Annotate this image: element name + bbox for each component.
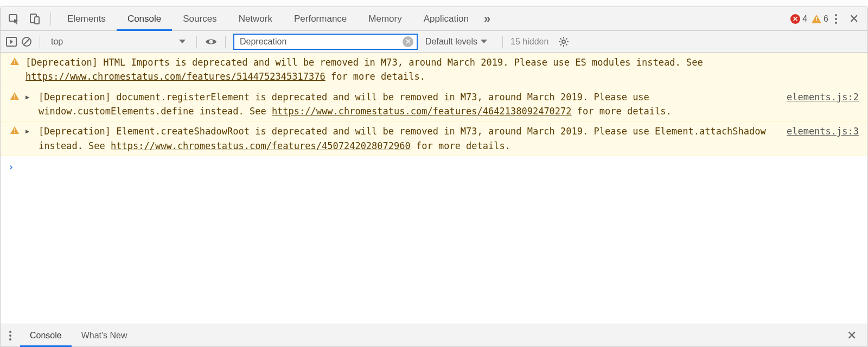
tab-console[interactable]: Console [117, 7, 172, 31]
console-warning-row[interactable]: [Deprecation] HTML Imports is deprecated… [1, 53, 867, 87]
tab-network[interactable]: Network [228, 7, 283, 31]
clear-console-icon[interactable] [21, 36, 32, 47]
warning-icon [10, 57, 19, 65]
console-warning-row[interactable]: ▶ [Deprecation] document.registerElement… [1, 87, 867, 122]
message-text: [Deprecation] document.registerElement i… [39, 90, 777, 119]
message-link[interactable]: https://www.chromestatus.com/features/46… [272, 106, 572, 117]
separator [196, 36, 197, 48]
context-label: top [51, 37, 63, 47]
error-count-badge[interactable]: ✕ 4 [790, 14, 807, 24]
warning-icon [812, 15, 821, 23]
message-text: [Deprecation] HTML Imports is deprecated… [25, 55, 859, 84]
warning-icon [10, 92, 19, 100]
tab-elements[interactable]: Elements [56, 7, 117, 31]
warning-count-badge[interactable]: 6 [812, 14, 828, 24]
warning-count: 6 [824, 14, 828, 24]
svg-line-12 [560, 38, 561, 39]
inspect-element-icon[interactable] [4, 10, 24, 28]
device-toolbar-icon[interactable] [24, 10, 45, 28]
svg-line-14 [560, 44, 561, 45]
execution-context-selector[interactable]: top [48, 37, 189, 47]
expand-toggle-icon[interactable]: ▶ [25, 90, 33, 119]
console-warning-row[interactable]: ▶ [Deprecation] Element.createShadowRoot… [1, 121, 867, 156]
svg-rect-2 [35, 17, 39, 24]
svg-point-6 [209, 40, 213, 43]
tab-memory[interactable]: Memory [358, 7, 412, 31]
close-drawer-icon[interactable]: ✕ [841, 329, 862, 343]
prompt-caret-icon: › [8, 159, 14, 175]
drawer-tab-console[interactable]: Console [20, 324, 72, 347]
error-count: 4 [802, 14, 807, 24]
separator [502, 36, 503, 48]
warning-icon [10, 126, 19, 134]
devtools-window: Elements Console Sources Network Perform… [0, 7, 868, 347]
console-prompt[interactable]: › [1, 156, 867, 178]
svg-line-13 [566, 44, 567, 45]
svg-line-15 [566, 38, 567, 39]
console-toolbar: top Deprecation ✕ Default levels 15 hidd… [1, 31, 867, 53]
svg-line-5 [24, 39, 29, 44]
svg-point-7 [562, 40, 565, 43]
log-levels-selector[interactable]: Default levels [422, 37, 490, 47]
filter-input[interactable]: Deprecation ✕ [233, 34, 418, 50]
expand-toggle-icon[interactable]: ▶ [25, 124, 33, 153]
hidden-messages-count[interactable]: 15 hidden [510, 37, 548, 47]
drawer-tabstrip: Console What's New ✕ [1, 324, 867, 346]
console-messages: [Deprecation] HTML Imports is deprecated… [1, 53, 867, 324]
error-icon: ✕ [790, 14, 800, 24]
drawer-tab-whatsnew[interactable]: What's New [72, 324, 137, 347]
levels-label: Default levels [425, 37, 477, 47]
chevron-down-icon [481, 40, 487, 43]
tab-performance[interactable]: Performance [283, 7, 358, 31]
clear-filter-icon[interactable]: ✕ [403, 36, 413, 47]
live-expression-icon[interactable] [205, 37, 218, 47]
separator [50, 12, 51, 25]
console-settings-icon[interactable] [553, 36, 571, 47]
close-devtools-icon[interactable]: ✕ [844, 12, 864, 26]
separator [225, 36, 226, 48]
chevron-down-icon [179, 40, 186, 43]
filter-text: Deprecation [240, 37, 403, 47]
message-link[interactable]: https://www.chromestatus.com/features/45… [111, 140, 411, 151]
source-link[interactable]: elements.js:2 [787, 92, 859, 102]
drawer-menu-icon[interactable] [6, 327, 20, 344]
source-link[interactable]: elements.js:3 [787, 126, 859, 137]
settings-menu-icon[interactable] [828, 11, 844, 27]
toggle-sidebar-icon[interactable] [6, 37, 17, 47]
more-tabs-icon[interactable]: » [480, 9, 495, 29]
message-link[interactable]: https://www.chromestatus.com/features/51… [25, 71, 326, 82]
message-text: [Deprecation] Element.createShadowRoot i… [39, 124, 777, 153]
tab-application[interactable]: Application [413, 7, 480, 31]
separator [40, 36, 40, 48]
tab-sources[interactable]: Sources [172, 7, 227, 31]
main-tabstrip: Elements Console Sources Network Perform… [1, 7, 867, 31]
